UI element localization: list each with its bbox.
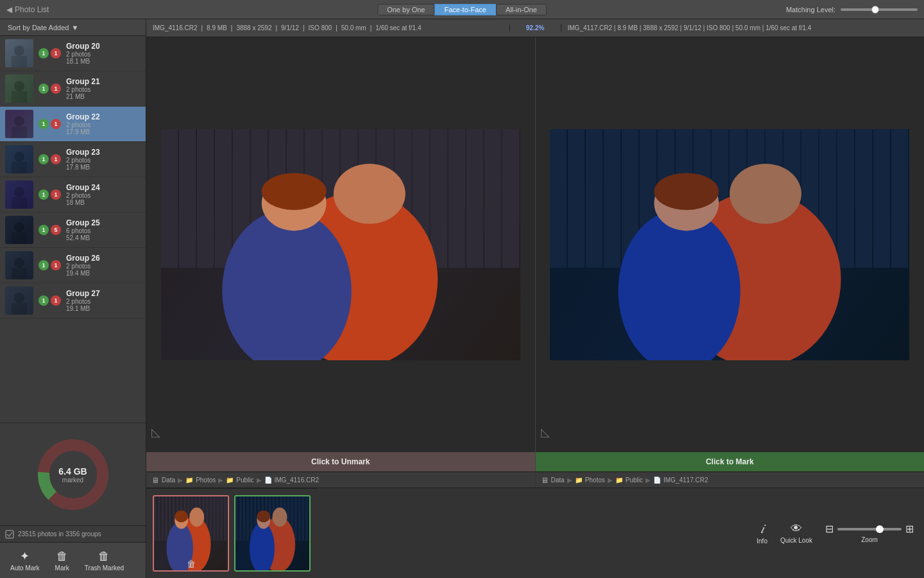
group-item-21[interactable]: 11Group 212 photos21 MB	[0, 71, 146, 107]
auto-mark-button[interactable]: ✦ Auto Mark	[10, 549, 40, 572]
unmark-button[interactable]: Click to Unmark	[146, 452, 535, 471]
group-photos-22: 2 photos	[66, 121, 141, 128]
group-size-21: 21 MB	[66, 93, 141, 100]
group-photos-27: 2 photos	[66, 298, 141, 305]
group-item-22[interactable]: 11Group 222 photos17.9 MB	[0, 107, 146, 142]
auto-mark-icon: ✦	[20, 549, 30, 563]
left-iso: ISO 800	[308, 24, 332, 31]
zoom-slider-area[interactable]: ⊟ ⊞	[825, 523, 914, 535]
matching-level-slider[interactable]	[841, 8, 918, 11]
photo-panel-left: ◺ Click to Unmark	[146, 37, 536, 471]
info-button[interactable]: 𝑖 Info	[757, 521, 767, 545]
group-size-25: 52.4 MB	[66, 234, 141, 241]
group-badges-21: 11	[38, 83, 61, 94]
group-name-25: Group 25	[66, 218, 141, 227]
view-all-in-one[interactable]: All-in-One	[496, 4, 547, 15]
mark-label: Mark	[55, 565, 69, 572]
meta-left: IMG_4116.CR2 | 8.9 MB | 3888 x 2592 | 9/…	[146, 24, 510, 31]
photo-display-left[interactable]: ◺	[146, 37, 535, 452]
view-face-to-face[interactable]: Face-to-Face	[435, 4, 496, 15]
back-arrow-icon: ◀	[6, 5, 12, 14]
path-photos-right: Photos	[585, 477, 605, 484]
thumb-trash-icon: 🗑	[187, 559, 196, 569]
group-badges-27: 11	[38, 295, 61, 306]
left-filesize: 8.9 MB	[207, 24, 227, 31]
photo-canvas-right	[550, 129, 909, 360]
group-list: 11Group 202 photos18.1 MB11Group 212 pho…	[0, 36, 146, 423]
zoom-slider[interactable]	[837, 528, 902, 530]
info-label: Info	[757, 538, 767, 545]
matching-slider-thumb	[871, 6, 879, 13]
back-button[interactable]: ◀ Photo List	[6, 5, 49, 14]
path-filename-left: IMG_4116.CR2	[275, 477, 319, 484]
group-name-27: Group 27	[66, 289, 141, 298]
path-public-right: Public	[626, 477, 643, 484]
badge-red-27: 1	[51, 295, 61, 306]
trash-marked-icon: 🗑	[98, 550, 110, 563]
left-lens: 50.0 mm	[341, 24, 366, 31]
badge-green-26: 1	[38, 260, 49, 270]
right-shutter: 1/60 sec at f/1.4	[766, 24, 811, 31]
left-filename: IMG_4116.CR2	[153, 24, 197, 31]
badge-red-21: 1	[51, 83, 61, 94]
quick-look-button[interactable]: 👁 Quick Look	[780, 522, 812, 544]
group-item-20[interactable]: 11Group 202 photos18.1 MB	[0, 36, 146, 71]
group-badges-24: 11	[38, 189, 61, 200]
compare-area: ◺ Click to Unmark ◺ Click to Mark	[146, 37, 924, 471]
meta-sep5: |	[336, 24, 338, 31]
path-public-left: Public	[236, 477, 253, 484]
zoom-min-icon: ⊟	[825, 523, 834, 535]
folder-path-right: 🖥 Data ▶ 📁 Photos ▶ 📁 Public ▶ 📄 IMG_411…	[536, 472, 925, 487]
group-item-24[interactable]: 11Group 242 photos18 MB	[0, 177, 146, 213]
zoom-area: ⊟ ⊞ Zoom	[825, 523, 914, 543]
top-bar: ◀ Photo List One by One Face-to-Face All…	[0, 0, 924, 19]
right-date: 9/1/12	[683, 24, 701, 31]
group-size-23: 17.8 MB	[66, 164, 141, 171]
group-item-23[interactable]: 11Group 232 photos17.8 MB	[0, 142, 146, 177]
group-size-27: 19.1 MB	[66, 305, 141, 312]
badge-green-20: 1	[38, 48, 49, 58]
group-item-27[interactable]: 11Group 272 photos19.1 MB	[0, 283, 146, 319]
right-iso: ISO 800	[706, 24, 730, 31]
photo-display-right[interactable]: ◺	[536, 37, 925, 452]
group-item-26[interactable]: 11Group 262 photos19.4 MB	[0, 248, 146, 283]
group-size-24: 18 MB	[66, 199, 141, 206]
group-thumb-27	[5, 286, 33, 315]
left-dims: 3888 x 2592	[236, 24, 271, 31]
monitor-icon-right: 🖥	[541, 476, 549, 485]
bottom-toolbar-left: ✦ Auto Mark 🗑 Mark 🗑 Trash Marked	[0, 542, 146, 578]
quick-look-icon: 👁	[791, 522, 802, 536]
folder-icon-1-left: 📁	[185, 477, 193, 484]
group-name-23: Group 23	[66, 148, 141, 157]
sort-bar[interactable]: Sort by Date Added ▼	[0, 19, 146, 36]
right-dims: 3888 x 2592	[643, 24, 678, 31]
group-photos-25: 6 photos	[66, 227, 141, 234]
thumb-left[interactable]: 🗑	[153, 495, 229, 572]
group-size-20: 18.1 MB	[66, 58, 141, 65]
badge-green-27: 1	[38, 295, 49, 306]
stats-text: 23515 photos in 3356 groups	[18, 530, 101, 538]
mark-icon: 🗑	[56, 550, 68, 563]
trash-marked-button[interactable]: 🗑 Trash Marked	[85, 550, 124, 572]
donut-marked: marked	[58, 476, 87, 483]
donut-area: 6.4 GB marked	[0, 423, 146, 525]
group-name-21: Group 21	[66, 77, 141, 86]
group-thumb-25	[5, 216, 33, 244]
thumb-right[interactable]	[234, 495, 311, 572]
trash-marked-label: Trash Marked	[85, 565, 124, 572]
main-layout: Sort by Date Added ▼ 11Group 202 photos1…	[0, 19, 924, 578]
group-info-20: Group 202 photos18.1 MB	[66, 42, 141, 65]
view-one-by-one[interactable]: One by One	[377, 4, 434, 15]
path-data-left: Data	[162, 477, 175, 484]
group-item-25[interactable]: 15Group 256 photos52.4 MB	[0, 213, 146, 248]
mark-button[interactable]: 🗑 Mark	[55, 550, 69, 572]
group-info-26: Group 262 photos19.4 MB	[66, 254, 141, 277]
badge-red-26: 1	[51, 260, 61, 270]
badge-green-25: 1	[38, 225, 49, 235]
zoom-slider-thumb	[876, 525, 884, 533]
badge-red-20: 1	[51, 48, 61, 58]
group-name-22: Group 22	[66, 112, 141, 121]
mark-button-photo[interactable]: Click to Mark	[536, 452, 925, 471]
right-filesize: 8.9 MB	[617, 24, 638, 31]
quick-look-label: Quick Look	[780, 537, 812, 544]
